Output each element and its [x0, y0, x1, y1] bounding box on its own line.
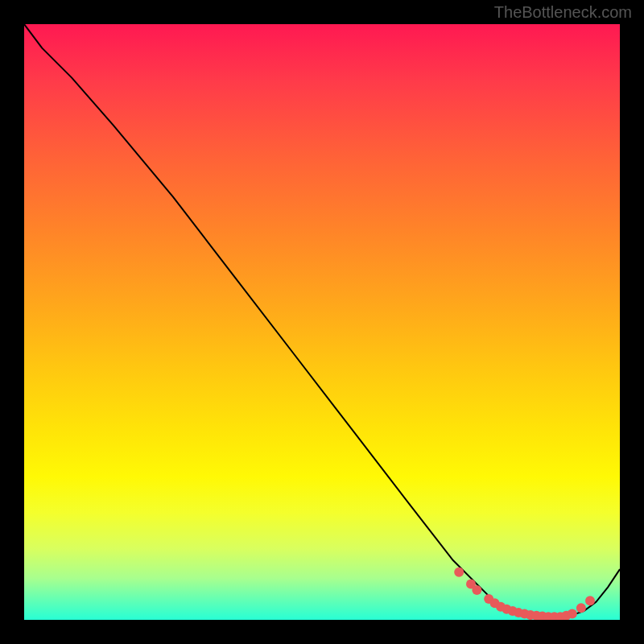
bottleneck-curve: [24, 24, 620, 617]
watermark-text: TheBottleneck.com: [494, 3, 632, 22]
data-point: [454, 568, 464, 577]
chart-area: [24, 24, 620, 620]
data-point: [472, 585, 481, 595]
data-point: [576, 603, 586, 613]
data-point: [568, 609, 577, 619]
data-point: [585, 596, 595, 605]
chart-svg: [24, 24, 620, 620]
